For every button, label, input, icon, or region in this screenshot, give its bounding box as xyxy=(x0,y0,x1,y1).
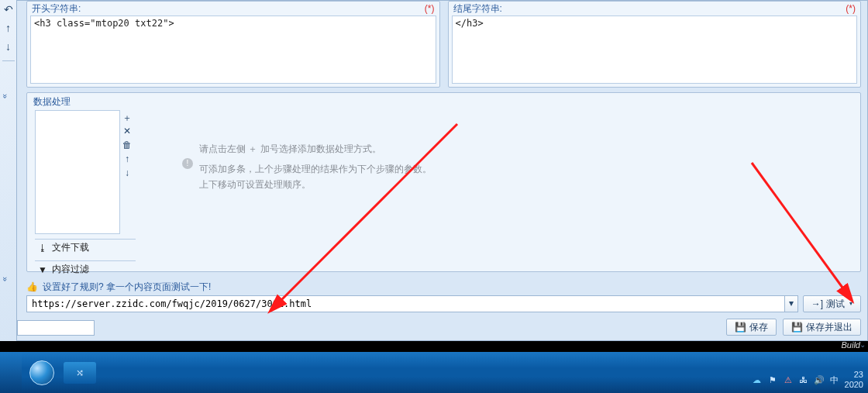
tray-cloud-icon[interactable]: ☁ xyxy=(752,374,763,385)
scroll-indicator-icon: ⌄ xyxy=(857,340,868,351)
info-icon: ! xyxy=(182,158,193,169)
main-panel: 开头字符串: (*) 结尾字符串: (*) 数据处理 xyxy=(17,0,868,341)
small-bottom-input[interactable] xyxy=(17,320,95,336)
clock-time: 23 xyxy=(845,370,863,380)
end-string-panel: 结尾字符串: (*) xyxy=(448,1,862,88)
test-prompt-row: 👍 设置好了规则? 拿一个内容页面测试一下! xyxy=(26,278,861,295)
test-button-label: 测试 xyxy=(826,296,845,312)
required-marker: (*) xyxy=(425,3,435,14)
tray-network-icon[interactable]: 🖧 xyxy=(798,374,809,385)
test-button[interactable]: →] 测试 ▾ xyxy=(803,295,861,312)
file-download-label: 文件下载 xyxy=(52,241,89,254)
save-button-label: 保存 xyxy=(749,319,768,335)
url-dropdown-icon[interactable]: ▾ xyxy=(784,295,798,312)
save-exit-button-label: 保存并退出 xyxy=(806,319,852,335)
left-vertical-toolbar: ↶ ↑ ↓ xyxy=(0,0,17,341)
separator xyxy=(2,60,15,61)
hint-line1: 请点击左侧 ＋ 加号选择添加数据处理方式。 xyxy=(199,141,432,157)
move-down-icon[interactable]: ↓ xyxy=(122,167,133,178)
start-string-panel: 开头字符串: (*) xyxy=(26,1,440,88)
window-border-bar: Build xyxy=(0,341,868,352)
collapse-chevron-icon[interactable]: » xyxy=(1,277,10,281)
end-string-input[interactable] xyxy=(452,16,858,84)
test-url-input[interactable] xyxy=(26,295,784,312)
move-up-icon[interactable]: ↑ xyxy=(122,153,133,164)
save-button[interactable]: 💾 保存 xyxy=(726,319,777,336)
processing-hint: ! 请点击左侧 ＋ 加号选择添加数据处理方式。 可添加多条，上个步骤处理的结果作… xyxy=(136,110,852,265)
required-marker: (*) xyxy=(846,3,856,14)
filter-icon: ▼ xyxy=(38,264,47,275)
clock-date: 2020 xyxy=(845,380,863,390)
taskbar: ⤭ ☁ ⚑ ⚠ 🖧 🔊 中 23 2020 xyxy=(0,352,868,393)
hint-line2: 可添加多条，上个步骤处理的结果作为下个步骤的参数。上下移动可设置处理顺序。 xyxy=(199,161,432,192)
tray-ime-icon[interactable]: 中 xyxy=(829,374,840,385)
tray-volume-icon[interactable]: 🔊 xyxy=(814,374,825,385)
system-tray: ☁ ⚑ ⚠ 🖧 🔊 中 23 2020 xyxy=(752,370,863,390)
end-string-label: 结尾字符串: xyxy=(453,2,502,16)
tray-clock[interactable]: 23 2020 xyxy=(845,370,863,390)
add-step-icon[interactable]: ＋ xyxy=(122,112,133,122)
content-filter-link[interactable]: ▼ 内容过滤 xyxy=(35,260,136,278)
save-exit-button[interactable]: 💾 保存并退出 xyxy=(783,319,861,336)
login-icon: →] xyxy=(811,296,823,312)
processing-steps-list[interactable] xyxy=(35,110,120,234)
start-orb-icon[interactable] xyxy=(29,360,54,385)
remove-step-icon[interactable]: ✕ xyxy=(122,126,133,136)
data-processing-title: 数据处理 xyxy=(27,93,860,111)
collapse-chevron-icon[interactable]: » xyxy=(1,94,10,98)
arrow-down-icon[interactable]: ↓ xyxy=(2,40,15,53)
start-edge xyxy=(0,352,22,393)
disk-icon: 💾 xyxy=(735,319,746,335)
tray-shield-icon[interactable]: ⚠ xyxy=(783,374,794,385)
test-prompt-label: 设置好了规则? 拿一个内容页面测试一下! xyxy=(43,281,211,294)
start-string-label: 开头字符串: xyxy=(32,2,81,16)
download-icon: ⭳ xyxy=(38,243,47,253)
file-download-link[interactable]: ⭳ 文件下载 xyxy=(35,239,136,256)
disk-icon: 💾 xyxy=(791,319,803,335)
content-filter-label: 内容过滤 xyxy=(52,263,89,276)
tray-flag-icon[interactable]: ⚑ xyxy=(767,374,778,385)
chevron-down-icon: ▾ xyxy=(849,296,852,312)
start-string-input[interactable] xyxy=(30,16,436,84)
taskbar-app-icon[interactable]: ⤭ xyxy=(64,362,96,384)
data-processing-group: 数据处理 ＋ ✕ 🗑 ↑ ↓ ⭳ xyxy=(26,92,861,272)
arrow-up-icon[interactable]: ↑ xyxy=(2,22,15,34)
delete-step-icon[interactable]: 🗑 xyxy=(122,140,133,150)
undo-icon[interactable]: ↶ xyxy=(2,3,15,16)
thumb-up-icon: 👍 xyxy=(26,281,38,292)
